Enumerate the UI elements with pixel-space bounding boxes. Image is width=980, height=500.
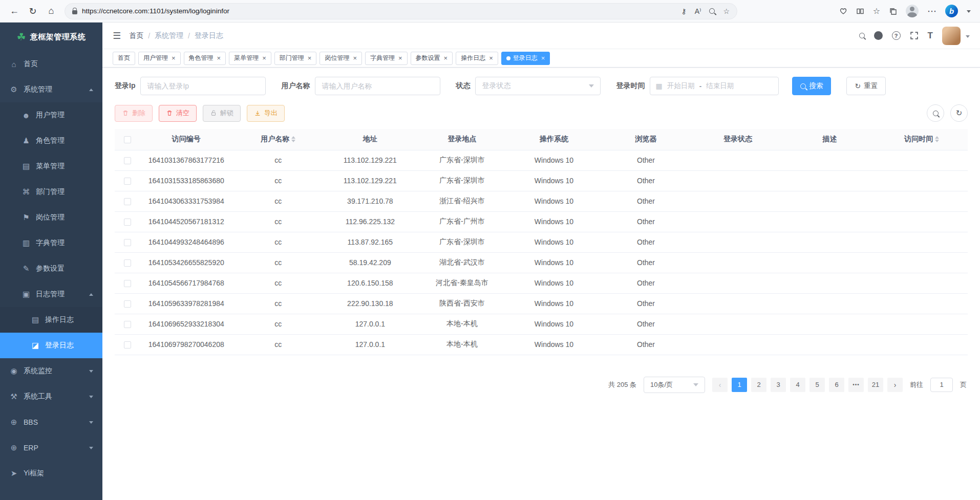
reset-button[interactable]: ↻ 重置	[846, 77, 886, 95]
tab-menu-mgmt[interactable]: 菜单管理 ×	[229, 52, 271, 65]
sidebar-item-user-mgmt[interactable]: ☻ 用户管理	[0, 102, 102, 128]
browser-back-button[interactable]: ←	[5, 3, 24, 20]
tab-close-icon[interactable]: ×	[172, 55, 176, 61]
table-row[interactable]: 1641054566717984768 cc 120.6.150.158 河北省…	[115, 273, 968, 293]
sidebar-item-log-mgmt[interactable]: ▣ 日志管理	[0, 281, 102, 307]
tab-close-icon[interactable]: ×	[444, 55, 448, 61]
column-header-time[interactable]: 访问时间	[876, 129, 968, 150]
column-header-user[interactable]: 用户名称	[232, 129, 325, 150]
add-favorite-star-icon[interactable]: ☆	[723, 7, 730, 15]
sidebar-item-role-mgmt[interactable]: ♟ 角色管理	[0, 128, 102, 154]
sidebar-item-param-settings[interactable]: ✎ 参数设置	[0, 256, 102, 281]
browser-profile-avatar[interactable]	[906, 5, 919, 17]
browser-more-menu-icon[interactable]: ⋯	[927, 6, 936, 17]
sidebar-item-login-log[interactable]: ◪ 登录日志	[0, 333, 102, 358]
pager-ellipsis[interactable]: •••	[848, 378, 864, 392]
pager-page-6[interactable]: 6	[829, 378, 844, 392]
table-row[interactable]: 1641031367863177216 cc 113.102.129.221 广…	[115, 150, 968, 170]
clear-button[interactable]: 清空	[159, 105, 197, 122]
pager-page-21[interactable]: 21	[868, 378, 883, 392]
tab-close-icon[interactable]: ×	[489, 55, 493, 61]
sidebar-item-home[interactable]: ⌂ 首页	[0, 51, 102, 77]
table-row[interactable]: 1641069798270046208 cc 127.0.0.1 本地-本机 W…	[115, 334, 968, 355]
split-screen-icon[interactable]	[856, 7, 864, 15]
row-checkbox[interactable]	[124, 239, 131, 246]
tab-role-mgmt[interactable]: 角色管理 ×	[184, 52, 226, 65]
user-avatar[interactable]	[942, 27, 961, 45]
breadcrumb-item[interactable]: 系统管理	[155, 31, 183, 40]
row-checkbox[interactable]	[124, 341, 131, 349]
row-checkbox[interactable]	[124, 321, 131, 328]
github-icon[interactable]	[874, 31, 883, 40]
sort-carets-icon[interactable]	[935, 134, 939, 144]
tab-user-mgmt[interactable]: 用户管理 ×	[138, 52, 181, 65]
table-row[interactable]: 1641043063331753984 cc 39.171.210.78 浙江省…	[115, 191, 968, 211]
tab-login-log[interactable]: 登录日志 ×	[501, 52, 550, 65]
zoom-icon[interactable]	[709, 8, 715, 14]
pager-page-4[interactable]: 4	[790, 378, 805, 392]
sidebar-item-system-monitor[interactable]: ◉ 系统监控	[0, 358, 102, 384]
row-checkbox[interactable]	[124, 178, 131, 185]
row-checkbox[interactable]	[124, 198, 131, 205]
sidebar-item-dict-mgmt[interactable]: ▥ 字典管理	[0, 230, 102, 256]
table-row[interactable]: 1641053426655825920 cc 58.19.42.209 湖北省-…	[115, 252, 968, 273]
prev-page-button[interactable]: ‹	[712, 378, 728, 392]
fullscreen-icon[interactable]	[910, 31, 919, 40]
favorites-icon[interactable]: ☆	[873, 6, 880, 16]
tab-close-icon[interactable]: ×	[398, 55, 402, 61]
url-bar[interactable]: https://ccnetcore.com:1101/system/log/lo…	[65, 3, 737, 19]
app-logo[interactable]: ☘ 意框架管理系统	[0, 23, 102, 51]
sort-carets-icon[interactable]	[291, 134, 295, 144]
row-checkbox[interactable]	[124, 259, 131, 267]
table-row[interactable]: 1641059633978281984 cc 222.90.130.18 陕西省…	[115, 293, 968, 314]
select-all-checkbox[interactable]	[124, 136, 131, 143]
toggle-search-button[interactable]	[927, 104, 944, 122]
tab-close-icon[interactable]: ×	[308, 55, 312, 61]
collections-icon[interactable]	[889, 7, 897, 15]
delete-button[interactable]: 删除	[115, 105, 153, 122]
sidebar-toggle-icon[interactable]: ☰	[113, 30, 121, 41]
tab-close-icon[interactable]: ×	[541, 55, 545, 61]
password-key-icon[interactable]: ⚷	[681, 7, 686, 15]
breadcrumb-item[interactable]: 首页	[129, 31, 143, 40]
tab-close-icon[interactable]: ×	[353, 55, 357, 61]
sidebar-item-system-mgmt[interactable]: ⚙ 系统管理	[0, 77, 102, 102]
table-row[interactable]: 1641044993248464896 cc 113.87.92.165 广东省…	[115, 232, 968, 252]
url-text[interactable]: https://ccnetcore.com:1101/system/log/lo…	[82, 7, 676, 15]
sidebar-item-bbs[interactable]: ⊕ BBS	[0, 409, 102, 435]
sidebar-item-post-mgmt[interactable]: ⚑ 岗位管理	[0, 205, 102, 230]
font-size-icon[interactable]: T	[928, 31, 933, 41]
tab-post-mgmt[interactable]: 岗位管理 ×	[319, 52, 362, 65]
row-checkbox[interactable]	[124, 280, 131, 287]
tab-operation-log[interactable]: 操作日志 ×	[456, 52, 498, 65]
tab-close-icon[interactable]: ×	[217, 55, 221, 61]
tab-dict-mgmt[interactable]: 字典管理 ×	[365, 52, 408, 65]
copilot-caret-icon[interactable]	[967, 10, 971, 15]
sidebar-item-system-tools[interactable]: ⚒ 系统工具	[0, 384, 102, 409]
sidebar-item-yi-framework[interactable]: ➤ Yi框架	[0, 461, 102, 486]
start-date-placeholder[interactable]: 开始日期	[667, 81, 695, 91]
status-select[interactable]: 登录状态	[475, 77, 601, 95]
pager-page-1[interactable]: 1	[732, 378, 747, 392]
tab-home[interactable]: 首页	[113, 52, 135, 65]
browser-essentials-icon[interactable]	[839, 7, 847, 15]
unlock-button[interactable]: 解锁	[203, 105, 241, 122]
tab-param-settings[interactable]: 参数设置 ×	[411, 52, 453, 65]
sidebar-item-menu-mgmt[interactable]: ▤ 菜单管理	[0, 154, 102, 179]
row-checkbox[interactable]	[124, 300, 131, 308]
end-date-placeholder[interactable]: 结束日期	[706, 81, 734, 91]
user-name-input[interactable]	[315, 77, 440, 95]
goto-page-input[interactable]	[930, 378, 953, 392]
tab-close-icon[interactable]: ×	[262, 55, 266, 61]
read-aloud-icon[interactable]: A⁾	[695, 7, 701, 15]
next-page-button[interactable]: ›	[887, 378, 903, 392]
refresh-table-button[interactable]: ↻	[950, 104, 968, 122]
browser-home-button[interactable]: ⌂	[42, 3, 60, 20]
avatar-caret-icon[interactable]	[966, 35, 970, 40]
table-row[interactable]: 1641044520567181312 cc 112.96.225.132 广东…	[115, 211, 968, 232]
table-row[interactable]: 1641031533185863680 cc 113.102.129.221 广…	[115, 170, 968, 191]
row-checkbox[interactable]	[124, 157, 131, 164]
table-row[interactable]: 1641069652933218304 cc 127.0.0.1 本地-本机 W…	[115, 314, 968, 334]
help-icon[interactable]: ?	[892, 31, 901, 40]
browser-refresh-button[interactable]: ↻	[24, 3, 42, 20]
